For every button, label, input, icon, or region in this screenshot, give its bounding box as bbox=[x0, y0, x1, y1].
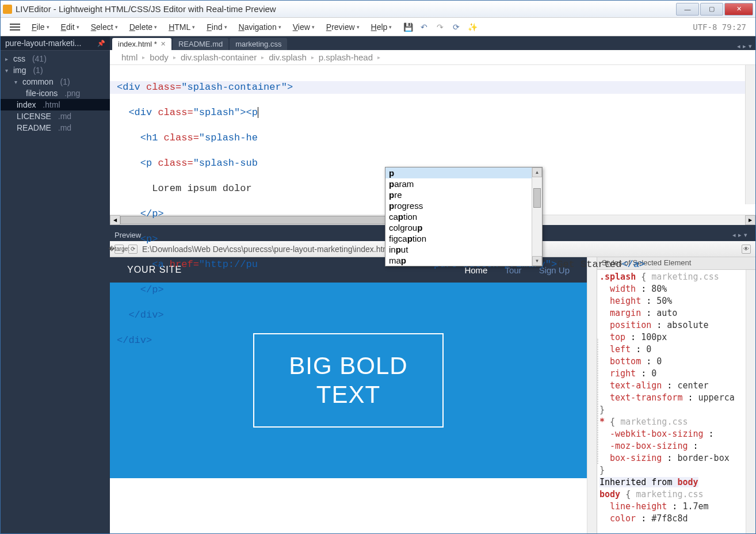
tab-index[interactable]: index.html *✕ bbox=[112, 38, 171, 50]
bc-div2[interactable]: div.splash bbox=[269, 52, 307, 62]
styles-panel: Styles of Selected Element .splash { mar… bbox=[597, 257, 755, 533]
ac-item[interactable]: input bbox=[385, 244, 542, 255]
hamburger-menu[interactable] bbox=[5, 20, 25, 35]
autocomplete-popup[interactable]: p param pre progress caption colgroup fi… bbox=[385, 167, 543, 266]
menu-help[interactable]: Help▾ bbox=[366, 20, 397, 34]
tree-file-readme[interactable]: README .md bbox=[1, 122, 110, 134]
tree-file-index[interactable]: index .html bbox=[1, 99, 110, 110]
bc-body[interactable]: body bbox=[150, 52, 169, 62]
menu-view[interactable]: View▾ bbox=[288, 20, 319, 34]
ac-item[interactable]: map bbox=[385, 255, 542, 266]
window-title: LIVEditor - Lightweight HTML/CSS/JS Edit… bbox=[16, 4, 676, 14]
tree-folder-common[interactable]: ▾common (1) bbox=[1, 76, 110, 87]
close-icon[interactable]: ✕ bbox=[161, 40, 166, 48]
bc-p[interactable]: p.splash-head bbox=[319, 52, 373, 62]
window-titlebar: LIVEditor - Lightweight HTML/CSS/JS Edit… bbox=[1, 1, 755, 18]
sidebar-tab-label: pure-layout-marketi... bbox=[5, 39, 81, 48]
autocomplete-scrollbar[interactable]: ▲ ▼ bbox=[532, 167, 542, 266]
sidebar-tab[interactable]: pure-layout-marketi... 📌 bbox=[1, 36, 110, 51]
ac-item[interactable]: colgroup bbox=[385, 222, 542, 233]
menu-find[interactable]: Find▾ bbox=[202, 20, 231, 34]
scroll-down-icon[interactable]: ▼ bbox=[532, 256, 542, 266]
preview-viewport[interactable]: YOUR SITE Home Tour Sign Up BIG BOLD TEX… bbox=[110, 257, 587, 533]
menu-file[interactable]: File▾ bbox=[27, 20, 54, 34]
splash-text-2: TEXT bbox=[289, 380, 407, 409]
ac-item[interactable]: figcaption bbox=[385, 233, 542, 244]
refresh-icon[interactable]: ⟳ bbox=[452, 22, 461, 32]
menu-edit[interactable]: Edit▾ bbox=[56, 20, 84, 34]
breadcrumb: html▸ body▸ div.splash-container▸ div.sp… bbox=[110, 50, 755, 65]
tab-marketing[interactable]: marketing.css bbox=[230, 38, 287, 50]
tree-file-fileicons[interactable]: file-icons .png bbox=[1, 87, 110, 99]
maximize-button[interactable]: ▢ bbox=[700, 3, 723, 16]
menu-html[interactable]: HTML▾ bbox=[164, 20, 200, 34]
bc-html[interactable]: html bbox=[121, 52, 138, 62]
file-tree: ▸css (41) ▾img (1) ▾common (1) file-icon… bbox=[1, 51, 110, 136]
undo-icon[interactable]: ↶ bbox=[419, 22, 429, 32]
tree-folder-css[interactable]: ▸css (41) bbox=[1, 53, 110, 64]
code-editor[interactable]: <div class="splash-container"> <div clas… bbox=[110, 65, 755, 215]
tree-file-license[interactable]: LICENSE .md bbox=[1, 110, 110, 122]
save-icon[interactable]: 💾 bbox=[403, 22, 413, 32]
ac-item[interactable]: pre bbox=[385, 189, 542, 200]
menu-delete[interactable]: Delete▾ bbox=[125, 20, 162, 34]
menu-bar: File▾ Edit▾ Select▾ Delete▾ HTML▾ Find▾ … bbox=[1, 18, 755, 36]
scroll-up-icon[interactable]: ▲ bbox=[532, 167, 542, 177]
redo-icon[interactable]: ↷ bbox=[436, 22, 445, 32]
ac-item[interactable]: p bbox=[385, 167, 542, 178]
scroll-thumb[interactable] bbox=[533, 188, 541, 208]
app-icon bbox=[3, 5, 12, 14]
minimize-button[interactable]: — bbox=[676, 3, 699, 16]
ac-item[interactable]: progress bbox=[385, 200, 542, 211]
styles-resize-handle[interactable] bbox=[597, 339, 598, 464]
bc-div1[interactable]: div.splash-container bbox=[181, 52, 257, 62]
editor-tabs: index.html *✕ README.md marketing.css ◂▸… bbox=[110, 36, 755, 50]
close-button[interactable]: ✕ bbox=[724, 3, 753, 16]
tab-nav[interactable]: ◂▸▾ bbox=[734, 43, 755, 50]
ac-item[interactable]: caption bbox=[385, 211, 542, 222]
status-info: UTF-8 79:27 bbox=[693, 22, 751, 32]
wand-icon[interactable]: ✨ bbox=[468, 22, 477, 32]
pin-icon[interactable]: 📌 bbox=[97, 40, 105, 47]
menu-navigation[interactable]: Navigation▾ bbox=[234, 20, 286, 34]
menu-preview[interactable]: Preview▾ bbox=[322, 20, 364, 34]
splash-box: BIG BOLD TEXT bbox=[253, 333, 443, 428]
tree-folder-img[interactable]: ▾img (1) bbox=[1, 64, 110, 76]
tab-readme[interactable]: README.md bbox=[173, 38, 228, 50]
ac-item[interactable]: param bbox=[385, 178, 542, 189]
splash-text-1: BIG BOLD bbox=[289, 352, 407, 380]
menu-select[interactable]: Select▾ bbox=[86, 20, 123, 34]
